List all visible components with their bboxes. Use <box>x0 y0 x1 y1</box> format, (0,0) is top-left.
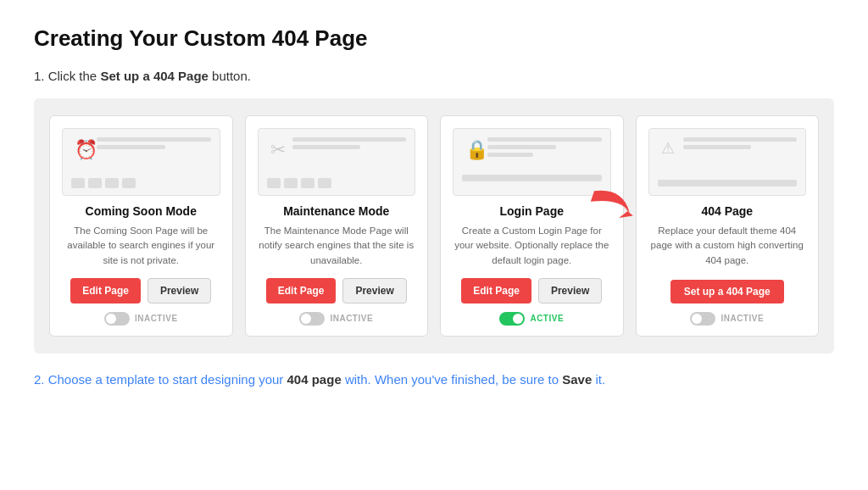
maintenance-status-label: INACTIVE <box>330 314 373 323</box>
thumb-search-bar <box>462 175 602 181</box>
card-maintenance: ✂ Maintenance Mode The Maintenance Mode … <box>245 115 429 337</box>
maintenance-toggle[interactable] <box>299 312 325 326</box>
thumb-line-2 <box>292 145 361 149</box>
login-toggle[interactable] <box>499 312 525 326</box>
maintenance-thumbnail: ✂ <box>258 128 416 196</box>
coming-soon-status-label: INACTIVE <box>135 314 178 323</box>
card-404: ⚠ 404 Page Replace your default theme 40… <box>636 115 820 337</box>
404-title: 404 Page <box>701 204 753 218</box>
coming-soon-desc: The Coming Soon Page will be available t… <box>62 224 220 268</box>
thumb-box-3 <box>105 178 119 188</box>
thumb-line-1 <box>683 137 798 142</box>
thumb-search-bar <box>658 180 798 187</box>
thumb-box-2 <box>88 178 102 188</box>
thumb-box-2 <box>284 178 298 188</box>
login-title: Login Page <box>500 204 564 218</box>
404-status-label: INACTIVE <box>721 314 764 323</box>
login-status: ACTIVE <box>499 312 564 326</box>
coming-soon-toggle[interactable] <box>104 312 130 326</box>
404-thumbnail: ⚠ <box>648 128 807 196</box>
thumb-line-1 <box>487 137 602 142</box>
cards-panel: ⏰ Coming Soon Mode The Coming Soon Page … <box>34 98 834 354</box>
login-thumbnail: 🔒 <box>453 128 611 196</box>
clock-icon: ⏰ <box>75 139 97 161</box>
coming-soon-edit-button[interactable]: Edit Page <box>70 278 141 303</box>
maintenance-edit-button[interactable]: Edit Page <box>266 278 337 303</box>
login-desc: Create a Custom Login Page for your webs… <box>453 224 611 268</box>
thumb-line-1 <box>97 137 211 142</box>
wrench-icon: ✂ <box>270 139 286 161</box>
step1-text: 1. Click the Set up a 404 Page button. <box>34 69 834 83</box>
coming-soon-thumbnail: ⏰ <box>62 128 220 196</box>
404-desc: Replace your default theme 404 page with… <box>648 224 807 270</box>
maintenance-desc: The Maintenance Mode Page will notify se… <box>258 224 416 268</box>
card-coming-soon: ⏰ Coming Soon Mode The Coming Soon Page … <box>49 115 233 337</box>
maintenance-status: INACTIVE <box>299 312 373 326</box>
thumb-box-4 <box>122 178 136 188</box>
coming-soon-title: Coming Soon Mode <box>86 204 197 218</box>
page-title: Creating Your Custom 404 Page <box>34 25 834 52</box>
coming-soon-preview-button[interactable]: Preview <box>147 278 211 303</box>
thumb-line-1 <box>292 137 407 142</box>
card-login: 🔒 Login Page Create a Custom Login Page … <box>440 115 624 337</box>
maintenance-buttons: Edit Page Preview <box>266 278 407 303</box>
thumb-box-1 <box>71 178 85 188</box>
login-edit-button[interactable]: Edit Page <box>461 278 531 303</box>
maintenance-title: Maintenance Mode <box>283 204 389 218</box>
404-status: INACTIVE <box>690 312 764 326</box>
404-toggle[interactable] <box>690 312 715 326</box>
coming-soon-buttons: Edit Page Preview <box>70 278 211 303</box>
login-buttons: Edit Page Preview <box>461 278 602 303</box>
thumb-box-3 <box>301 178 314 188</box>
lock-icon: 🔒 <box>465 139 488 161</box>
thumb-line-3 <box>487 153 533 157</box>
login-status-label: ACTIVE <box>530 314 564 323</box>
setup-404-button[interactable]: Set up a 404 Page <box>670 280 784 303</box>
thumb-line-2 <box>683 145 752 149</box>
warning-icon: ⚠ <box>661 139 675 158</box>
coming-soon-status: INACTIVE <box>104 312 178 326</box>
thumb-box-4 <box>318 178 331 188</box>
login-preview-button[interactable]: Preview <box>538 278 602 303</box>
thumb-line-2 <box>97 145 165 149</box>
thumb-line-2 <box>487 145 556 149</box>
thumb-box-1 <box>267 178 281 188</box>
404-buttons: Set up a 404 Page <box>670 280 784 303</box>
step2-text: 2. Choose a template to start designing … <box>34 372 834 387</box>
maintenance-preview-button[interactable]: Preview <box>342 278 406 303</box>
